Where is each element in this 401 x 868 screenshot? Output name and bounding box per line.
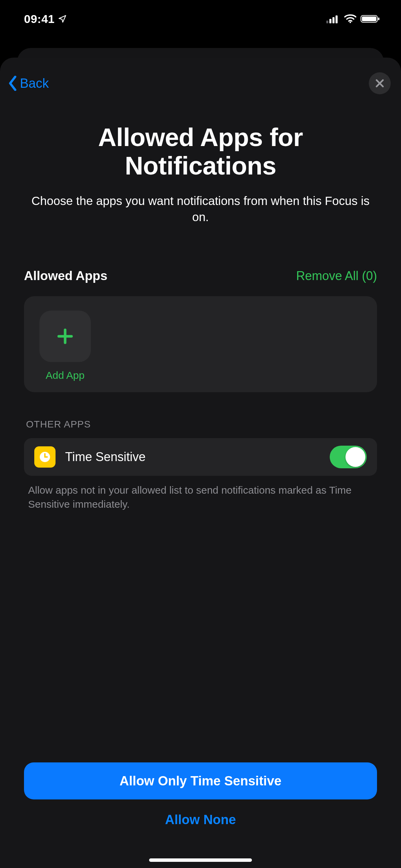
allowed-apps-card: Add App xyxy=(24,296,377,392)
time-sensitive-toggle[interactable] xyxy=(330,446,367,468)
close-icon xyxy=(375,79,385,88)
add-app-label: Add App xyxy=(46,370,84,381)
svg-rect-3 xyxy=(336,15,338,23)
time-sensitive-row: Time Sensitive xyxy=(24,438,377,476)
status-bar: 09:41 xyxy=(0,0,401,38)
page-title: Allowed Apps for Notifications xyxy=(24,123,377,180)
modal-sheet: Back Allowed Apps for Notifications Choo… xyxy=(0,58,401,868)
svg-rect-6 xyxy=(362,16,376,21)
home-indicator[interactable] xyxy=(149,858,252,862)
title-block: Allowed Apps for Notifications Choose th… xyxy=(0,99,401,225)
wifi-icon xyxy=(344,14,356,23)
clock-icon xyxy=(34,446,56,468)
svg-point-4 xyxy=(350,22,351,23)
allowed-apps-title: Allowed Apps xyxy=(24,269,107,283)
location-icon xyxy=(58,14,67,23)
allowed-apps-header: Allowed Apps Remove All (0) xyxy=(24,269,377,283)
time-sensitive-footer: Allow apps not in your allowed list to s… xyxy=(24,483,377,511)
bottom-actions: Allow Only Time Sensitive Allow None xyxy=(24,762,377,835)
remove-all-button[interactable]: Remove All (0) xyxy=(296,269,377,283)
back-button[interactable]: Back xyxy=(8,76,49,91)
svg-rect-7 xyxy=(378,17,379,20)
status-time-text: 09:41 xyxy=(24,12,54,26)
allow-none-button[interactable]: Allow None xyxy=(24,804,377,835)
svg-rect-1 xyxy=(329,19,331,23)
svg-rect-0 xyxy=(326,21,328,23)
plus-icon xyxy=(56,327,75,346)
allow-only-time-sensitive-button[interactable]: Allow Only Time Sensitive xyxy=(24,762,377,799)
other-apps-header: OTHER APPS xyxy=(24,419,377,430)
chevron-left-icon xyxy=(8,76,18,91)
time-sensitive-label: Time Sensitive xyxy=(65,450,320,464)
add-app-button[interactable]: Add App xyxy=(38,311,93,382)
cellular-icon xyxy=(326,14,340,23)
close-button[interactable] xyxy=(369,72,391,94)
add-app-icon-square xyxy=(39,311,91,362)
nav-row: Back xyxy=(0,68,401,99)
page-subtitle: Choose the apps you want notifications f… xyxy=(24,193,377,225)
battery-icon xyxy=(361,14,380,23)
toggle-knob xyxy=(345,447,365,467)
svg-rect-2 xyxy=(332,17,335,23)
back-label: Back xyxy=(20,76,49,91)
status-icons xyxy=(326,14,380,23)
status-time: 09:41 xyxy=(24,12,67,26)
